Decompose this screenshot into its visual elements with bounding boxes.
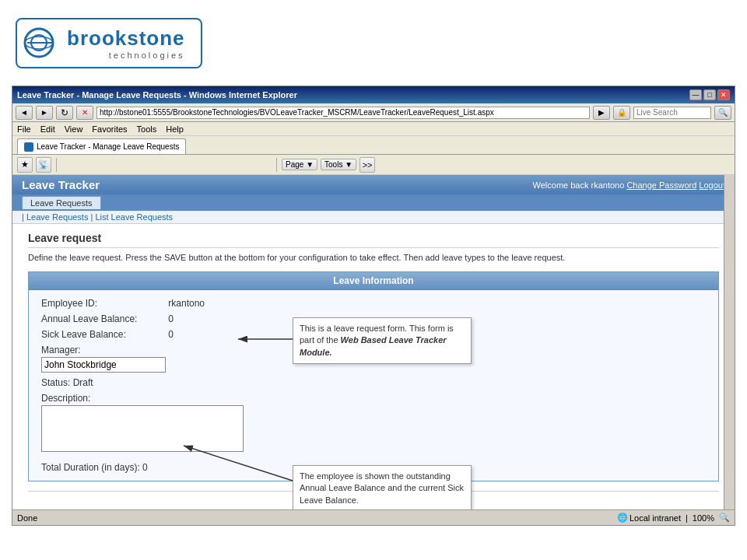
- employee-id-row: Employee ID: rkantono: [41, 298, 706, 309]
- nav-tab-leave-requests[interactable]: Leave Requests: [22, 196, 101, 209]
- logo-area: brookstone technologies: [0, 0, 747, 86]
- employee-id-value: rkantono: [168, 298, 205, 309]
- app-nav: Leave Requests: [12, 194, 735, 211]
- change-password-link[interactable]: Change Password: [626, 180, 696, 190]
- close-button[interactable]: ✕: [717, 89, 730, 100]
- status-value: Draft: [73, 377, 93, 388]
- total-duration-value: 0: [142, 462, 148, 473]
- status-text: Done: [17, 513, 37, 523]
- menu-edit[interactable]: Edit: [40, 124, 55, 134]
- menu-favorites[interactable]: Favorites: [92, 124, 127, 134]
- address-bar: ◄ ► ↻ ✕ ▶ 🔒 🔍: [12, 103, 735, 122]
- zone-text: Local intranet: [630, 513, 681, 523]
- logo-company-name: brookstone: [67, 26, 185, 51]
- employee-id-label: Employee ID:: [41, 298, 166, 309]
- callout-2: The employee is shown the outstanding An…: [293, 465, 472, 509]
- menu-help[interactable]: Help: [166, 124, 184, 134]
- toolbar-separator2: [276, 158, 277, 172]
- breadcrumb-list-leave-requests[interactable]: List Leave Requests: [95, 212, 173, 222]
- scrollbar[interactable]: [724, 175, 735, 509]
- title-bar-buttons: — □ ✕: [689, 89, 730, 100]
- status-label: Status:: [41, 377, 70, 388]
- browser-title: Leave Tracker - Manage Leave Requests - …: [17, 90, 297, 100]
- security-icon: 🔒: [613, 106, 630, 120]
- callout-1: This is a leave request form. This form …: [293, 317, 472, 364]
- annual-leave-label: Annual Leave Balance:: [41, 313, 166, 324]
- description-row: Description:: [41, 393, 706, 454]
- status-bar: Done 🌐 Local intranet | 100% 🔍: [12, 509, 735, 525]
- toolbar-separator: [56, 158, 57, 172]
- menu-bar: File Edit View Favorites Tools Help: [12, 122, 735, 136]
- logout-link[interactable]: Logout: [699, 180, 725, 190]
- logo-tagline: technologies: [67, 51, 185, 60]
- form-area: Leave request Define the leave request. …: [12, 224, 735, 509]
- breadcrumb: | Leave Requests | List Leave Requests: [12, 211, 735, 224]
- title-bar: Leave Tracker - Manage Leave Requests - …: [12, 86, 735, 103]
- header-links: Welcome back rkantono Change Password Lo…: [533, 180, 725, 190]
- description-label: Description:: [41, 393, 706, 404]
- zone-icon: 🌐: [617, 513, 628, 523]
- tab-bar: Leave Tracker - Manage Leave Requests: [12, 136, 735, 155]
- favorites-icon[interactable]: ★: [17, 157, 33, 173]
- form-description: Define the leave request. Press the SAVE…: [28, 253, 719, 262]
- total-duration-label: Total Duration (in days):: [41, 462, 140, 473]
- breadcrumb-leave-requests[interactable]: Leave Requests: [26, 212, 89, 222]
- go-button[interactable]: ▶: [593, 106, 610, 120]
- address-input[interactable]: [96, 107, 590, 119]
- logo-container: brookstone technologies: [16, 18, 202, 68]
- back-button[interactable]: ◄: [16, 106, 33, 120]
- zoom-icon: 🔍: [719, 513, 730, 523]
- browser-tab[interactable]: Leave Tracker - Manage Leave Requests: [17, 138, 186, 154]
- page-menu-button[interactable]: Page ▼: [282, 159, 317, 170]
- leave-info-panel: Leave Information Employee ID: rkantono …: [28, 271, 719, 481]
- tab-favicon: [24, 142, 33, 152]
- welcome-text: Welcome back rkantono: [533, 180, 625, 190]
- refresh-button[interactable]: ↻: [56, 106, 73, 120]
- app-header: Leave Tracker Welcome back rkantono Chan…: [12, 175, 735, 194]
- status-zone: 🌐 Local intranet: [617, 513, 681, 523]
- rss-icon[interactable]: 📡: [36, 157, 51, 173]
- menu-tools[interactable]: Tools: [137, 124, 157, 134]
- app-title: Leave Tracker: [22, 178, 100, 191]
- browser-window: Leave Tracker - Manage Leave Requests - …: [12, 86, 735, 526]
- menu-file[interactable]: File: [17, 124, 31, 134]
- callout-1-text: This is a leave request form. This form …: [300, 324, 454, 357]
- tools-menu-button[interactable]: Tools ▼: [321, 159, 356, 170]
- extend-icon[interactable]: >>: [359, 157, 375, 173]
- forward-button[interactable]: ►: [36, 106, 53, 120]
- toolbar-bar: ★ 📡 Page ▼ Tools ▼ >>: [12, 155, 735, 175]
- search-button[interactable]: 🔍: [714, 106, 731, 120]
- status-right: 🌐 Local intranet | 100% 🔍: [617, 513, 730, 523]
- menu-view[interactable]: View: [65, 124, 83, 134]
- manager-input[interactable]: [41, 357, 166, 373]
- brookstone-logo-icon: [23, 26, 62, 61]
- status-row: Status: Draft: [41, 377, 706, 388]
- minimize-button[interactable]: —: [689, 89, 702, 100]
- logo-text: brookstone technologies: [67, 26, 185, 60]
- toolbar-spacer: [61, 159, 272, 170]
- tab-label: Leave Tracker - Manage Leave Requests: [37, 142, 179, 151]
- description-textarea[interactable]: [41, 405, 244, 452]
- sick-leave-label: Sick Leave Balance:: [41, 329, 166, 340]
- content-area: Leave Tracker Welcome back rkantono Chan…: [12, 175, 735, 509]
- leave-info-header: Leave Information: [29, 272, 718, 290]
- sick-leave-value: 0: [168, 329, 174, 340]
- form-title: Leave request: [28, 232, 719, 248]
- callout-2-text: The employee is shown the outstanding An…: [300, 471, 464, 505]
- search-input[interactable]: [633, 107, 711, 119]
- zoom-level: 100%: [693, 513, 714, 523]
- annual-leave-value: 0: [168, 313, 174, 324]
- stop-button[interactable]: ✕: [76, 106, 93, 120]
- restore-button[interactable]: □: [703, 89, 716, 100]
